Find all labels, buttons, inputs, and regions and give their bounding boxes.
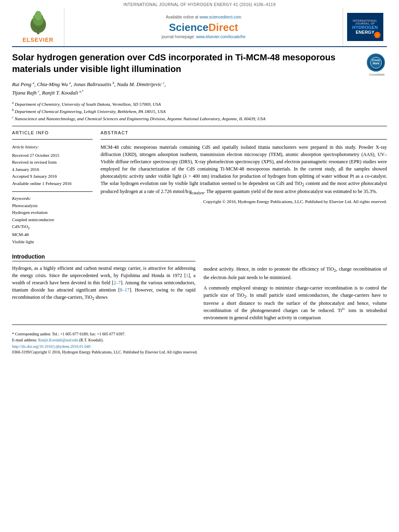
affiliation-b: b Department of Chemical Engineering, Le… — [12, 108, 387, 115]
hydrogen-energy-badge: International Journal of HYDROGEN ENERGY — [347, 13, 383, 41]
footer-section: * Corresponding author. Tel.: +1 605 677… — [12, 325, 387, 354]
journal-homepage-url[interactable]: www.elsevier.com/locate/he — [196, 35, 245, 39]
article-title: Solar hydrogen generation over CdS incor… — [12, 52, 367, 75]
intro-two-col: Introduction Hydrogen, as a highly effic… — [12, 253, 387, 325]
keyword-1: Photocatalysis — [12, 202, 93, 210]
author-email[interactable]: Ranjit.Koodali@usd.edu — [38, 338, 78, 342]
footnote-corresponding: * Corresponding author. Tel.: +1 605 677… — [12, 331, 387, 343]
issn-text: 0360-3199/Copyright © 2016, Hydrogen Ene… — [12, 350, 387, 354]
authors-line: Rui Peng a, Chia-Ming Wu a, Jonas Baltru… — [12, 80, 387, 97]
svg-point-3 — [35, 11, 41, 20]
right-journal-logo: International Journal of HYDROGEN ENERGY — [343, 8, 387, 46]
svg-text:Cross: Cross — [372, 59, 380, 62]
sciencedirect-url[interactable]: www.sciencedirect.com — [200, 15, 241, 19]
history-label: Article history: — [12, 144, 93, 151]
keyword-3: Coupled semiconductor — [12, 216, 93, 224]
revised-date: 4 January 2016 — [12, 166, 93, 173]
keywords-list: Photocatalysis Hydrogen evolution Couple… — [12, 202, 93, 246]
keywords-label: Keywords: — [12, 196, 93, 201]
intro-left-text: Hydrogen, as a highly efficient and carb… — [12, 265, 195, 302]
introduction-section: Introduction Hydrogen, as a highly effic… — [12, 245, 387, 325]
accepted-date: Accepted 9 January 2016 — [12, 173, 93, 180]
article-info-label: Article Info — [12, 130, 93, 135]
elsevier-tree-icon — [20, 11, 56, 35]
elsevier-logo: ELSEVIER — [12, 8, 64, 46]
journal-header: International Journal of Hydrogen Energy… — [0, 0, 399, 8]
available-online-date: Available online 1 February 2016 — [12, 180, 93, 187]
affiliation-c: c Nanoscience and Nanotechnology, and Ch… — [12, 115, 387, 122]
abstract-col: Abstract MCM-48 cubic mesoporous materia… — [101, 130, 387, 245]
divider-keywords — [12, 191, 93, 192]
sciencedirect-logo: ScienceDirect — [169, 21, 238, 34]
intro-left-col: Introduction Hydrogen, as a highly effic… — [12, 253, 195, 325]
article-history: Article history: Received 27 October 201… — [12, 144, 93, 187]
crossmark-label: CrossMark — [367, 73, 387, 76]
keyword-2: Hydrogen evolution — [12, 209, 93, 216]
svg-text:Mark: Mark — [372, 62, 379, 65]
divider-info — [12, 139, 93, 140]
affiliations: a Department of Chemistry, University of… — [12, 101, 387, 122]
divider-abstract — [101, 139, 387, 140]
divider-1 — [12, 126, 387, 126]
keyword-5: MCM-48 — [12, 231, 93, 238]
crossmark-icon: Cross Mark — [370, 57, 382, 69]
elsevier-brand: ELSEVIER — [23, 37, 53, 43]
abstract-label: Abstract — [101, 130, 387, 135]
affiliation-a: a Department of Chemistry, University of… — [12, 101, 387, 107]
article-info-col: Article Info Article history: Received 2… — [12, 130, 93, 245]
doi-link[interactable]: http://dx.doi.org/10.1016/j.ijhydene.201… — [12, 344, 387, 349]
crossmark-area: Cross Mark CrossMark — [367, 53, 387, 76]
intro-right-text: modest activity. Hence, in order to prom… — [204, 265, 387, 321]
journal-homepage: journal homepage: www.elsevier.com/locat… — [162, 35, 245, 39]
title-area: Solar hydrogen generation over CdS incor… — [12, 52, 387, 76]
copyright-text: Copyright © 2016, Hydrogen Energy Public… — [101, 199, 387, 205]
revised-label: Received in revised form — [12, 159, 93, 166]
top-banner: ELSEVIER Available online at www.science… — [12, 8, 387, 47]
crossmark-badge: Cross Mark — [367, 53, 385, 72]
center-banner: Available online at www.sciencedirect.co… — [64, 8, 343, 46]
keyword-6: Visible light — [12, 238, 93, 246]
info-abstract-row: Article Info Article history: Received 2… — [12, 130, 387, 245]
received-date: Received 27 October 2015 — [12, 152, 93, 159]
keyword-4: CdS/TiO2 — [12, 223, 93, 231]
intro-right-col: modest activity. Hence, in order to prom… — [204, 253, 387, 325]
article-section: Solar hydrogen generation over CdS incor… — [12, 47, 387, 245]
abstract-text: MCM-48 cubic mesoporous materials contai… — [101, 144, 387, 196]
introduction-title: Introduction — [12, 253, 195, 261]
available-online-text: Available online at www.sciencedirect.co… — [166, 15, 241, 19]
